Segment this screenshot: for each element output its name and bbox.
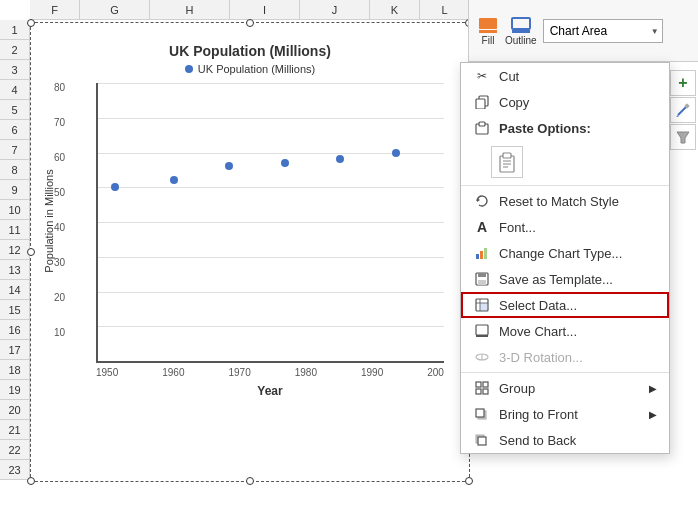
reset-svg — [475, 194, 489, 208]
col-header-h[interactable]: H — [150, 0, 230, 19]
sep-2 — [461, 372, 669, 373]
menu-item-bring-front[interactable]: Bring to Front ▶ — [461, 401, 669, 427]
svg-marker-16 — [477, 198, 480, 202]
menu-label-paste: Paste Options: — [499, 121, 591, 136]
group-svg — [475, 381, 489, 395]
send-back-icon — [473, 432, 491, 448]
svg-rect-22 — [478, 280, 486, 285]
handle-bl[interactable] — [27, 477, 35, 485]
menu-label-save-template: Save as Template... — [499, 272, 613, 287]
col-header-i[interactable]: I — [230, 0, 300, 19]
fill-button[interactable]: Fill — [477, 16, 499, 46]
gridline-80 — [98, 83, 444, 84]
chart-type-svg — [475, 246, 489, 260]
format-toolbar: Fill Outline Chart Area — [468, 0, 698, 62]
menu-label-group: Group — [499, 381, 535, 396]
menu-label-3d: 3-D Rotation... — [499, 350, 583, 365]
svg-rect-10 — [479, 122, 485, 126]
plus-tool-button[interactable]: + — [670, 70, 696, 96]
change-chart-icon — [473, 245, 491, 261]
select-data-icon — [473, 297, 491, 313]
menu-item-3d-rotation[interactable]: 3-D Rotation... — [461, 344, 669, 370]
svg-rect-8 — [476, 99, 485, 109]
fill-label: Fill — [482, 35, 495, 46]
svg-rect-3 — [512, 30, 530, 33]
send-back-svg — [475, 433, 489, 447]
handle-br[interactable] — [465, 477, 473, 485]
y-axis-labels: 80 70 60 50 40 30 20 10 — [54, 83, 65, 363]
menu-label-select-data: Select Data... — [499, 298, 577, 313]
menu-label-copy: Copy — [499, 95, 529, 110]
svg-rect-33 — [476, 389, 481, 394]
gridline-50 — [98, 187, 444, 188]
handle-tl[interactable] — [27, 19, 35, 27]
chart-container[interactable]: UK Population (Millions) UK Population (… — [30, 22, 470, 482]
gridline-70 — [98, 118, 444, 119]
menu-item-font[interactable]: A Font... — [461, 214, 669, 240]
3d-rotation-icon — [473, 349, 491, 365]
save-svg — [475, 272, 489, 286]
menu-item-cut[interactable]: ✂ Cut — [461, 63, 669, 89]
gridline-10 — [98, 326, 444, 327]
outline-btn-group: Outline — [505, 16, 537, 46]
legend-dot — [185, 65, 193, 73]
svg-rect-17 — [476, 254, 479, 259]
x-axis-title: Year — [96, 384, 444, 398]
menu-item-group[interactable]: Group ▶ — [461, 375, 669, 401]
cut-icon: ✂ — [473, 68, 491, 84]
menu-item-copy[interactable]: Copy — [461, 89, 669, 115]
handle-tm[interactable] — [246, 19, 254, 27]
svg-rect-27 — [476, 325, 488, 335]
copy-svg — [475, 95, 489, 109]
paste-clipboard-btn[interactable] — [491, 146, 523, 178]
outline-button[interactable]: Outline — [505, 16, 537, 46]
handle-ml[interactable] — [27, 248, 35, 256]
col-header-g[interactable]: G — [80, 0, 150, 19]
menu-item-move-chart[interactable]: Move Chart... — [461, 318, 669, 344]
col-header-j[interactable]: J — [300, 0, 370, 19]
brush-icon — [675, 102, 691, 118]
legend-label: UK Population (Millions) — [198, 63, 315, 75]
font-icon: A — [473, 219, 491, 235]
menu-item-save-template[interactable]: Save as Template... — [461, 266, 669, 292]
move-chart-icon — [473, 323, 491, 339]
dot-2000 — [392, 149, 400, 157]
svg-rect-26 — [480, 303, 488, 311]
menu-item-change-chart[interactable]: Change Chart Type... — [461, 240, 669, 266]
menu-label-change-chart: Change Chart Type... — [499, 246, 622, 261]
filter-tool-button[interactable] — [670, 124, 696, 150]
col-header-l[interactable]: L — [420, 0, 470, 19]
col-header-k[interactable]: K — [370, 0, 420, 19]
chart-area-select[interactable]: Chart Area — [543, 19, 663, 43]
brush-tool-button[interactable] — [670, 97, 696, 123]
svg-rect-38 — [478, 437, 486, 445]
menu-label-reset: Reset to Match Style — [499, 194, 619, 209]
row-headers: 1 2 3 4 5 6 7 8 9 10 11 12 13 14 15 16 1… — [0, 20, 30, 480]
svg-rect-21 — [478, 273, 486, 277]
paste-options-icon — [473, 120, 491, 136]
spreadsheet: F G H I J K L M N O P 1 2 3 4 5 6 7 8 9 … — [0, 0, 698, 523]
handle-bm[interactable] — [246, 477, 254, 485]
svg-rect-12 — [503, 153, 511, 158]
gridline-40 — [98, 222, 444, 223]
fill-icon — [477, 16, 499, 34]
outline-label: Outline — [505, 35, 537, 46]
menu-label-cut: Cut — [499, 69, 519, 84]
menu-item-select-data[interactable]: Select Data... — [461, 292, 669, 318]
save-template-icon — [473, 271, 491, 287]
menu-item-send-back[interactable]: Send to Back — [461, 427, 669, 453]
svg-rect-34 — [483, 389, 488, 394]
col-header-f[interactable]: F — [30, 0, 80, 19]
rotation-svg — [475, 350, 489, 364]
dot-1950 — [111, 183, 119, 191]
menu-item-paste-icon[interactable] — [461, 141, 669, 183]
gridline-30 — [98, 257, 444, 258]
outline-icon — [510, 16, 532, 34]
svg-rect-31 — [476, 382, 481, 387]
svg-rect-28 — [476, 335, 488, 337]
context-menu: ✂ Cut Copy Paste Options: — [460, 62, 670, 454]
menu-item-reset[interactable]: Reset to Match Style — [461, 188, 669, 214]
chart-area-select-wrapper[interactable]: Chart Area — [543, 19, 663, 43]
svg-rect-0 — [479, 18, 497, 29]
menu-label-send-back: Send to Back — [499, 433, 576, 448]
